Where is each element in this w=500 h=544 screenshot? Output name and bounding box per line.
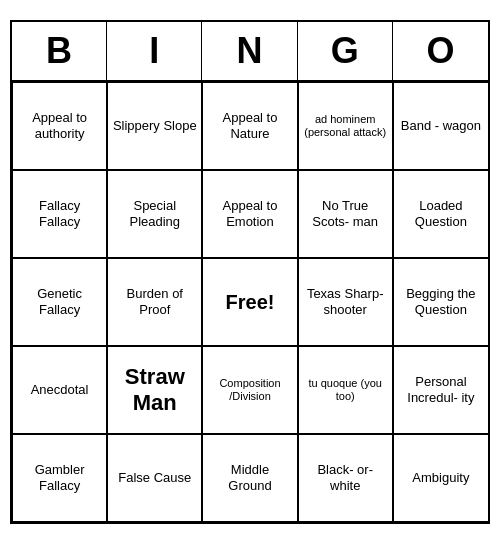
header-g: G (298, 22, 393, 80)
header-b: B (12, 22, 107, 80)
bingo-grid: Appeal to authoritySlippery SlopeAppeal … (12, 82, 488, 522)
bingo-cell-5[interactable]: Fallacy Fallacy (12, 170, 107, 258)
header-i: I (107, 22, 202, 80)
bingo-cell-12[interactable]: Free! (202, 258, 297, 346)
bingo-cell-17[interactable]: Composition /Division (202, 346, 297, 434)
header-n: N (202, 22, 297, 80)
bingo-cell-16[interactable]: Straw Man (107, 346, 202, 434)
bingo-cell-11[interactable]: Burden of Proof (107, 258, 202, 346)
bingo-cell-2[interactable]: Appeal to Nature (202, 82, 297, 170)
bingo-cell-24[interactable]: Ambiguity (393, 434, 488, 522)
bingo-cell-13[interactable]: Texas Sharp- shooter (298, 258, 393, 346)
bingo-cell-22[interactable]: Middle Ground (202, 434, 297, 522)
bingo-cell-18[interactable]: tu quoque (you too) (298, 346, 393, 434)
bingo-cell-23[interactable]: Black- or- white (298, 434, 393, 522)
bingo-cell-6[interactable]: Special Pleading (107, 170, 202, 258)
bingo-cell-9[interactable]: Loaded Question (393, 170, 488, 258)
bingo-cell-19[interactable]: Personal Incredul- ity (393, 346, 488, 434)
bingo-cell-21[interactable]: False Cause (107, 434, 202, 522)
header-o: O (393, 22, 488, 80)
bingo-cell-14[interactable]: Begging the Question (393, 258, 488, 346)
bingo-cell-8[interactable]: No True Scots- man (298, 170, 393, 258)
bingo-cell-7[interactable]: Appeal to Emotion (202, 170, 297, 258)
bingo-header: B I N G O (12, 22, 488, 82)
bingo-cell-0[interactable]: Appeal to authority (12, 82, 107, 170)
bingo-cell-1[interactable]: Slippery Slope (107, 82, 202, 170)
bingo-card: B I N G O Appeal to authoritySlippery Sl… (10, 20, 490, 524)
bingo-cell-10[interactable]: Genetic Fallacy (12, 258, 107, 346)
bingo-cell-15[interactable]: Anecdotal (12, 346, 107, 434)
bingo-cell-3[interactable]: ad hominem (personal attack) (298, 82, 393, 170)
bingo-cell-4[interactable]: Band - wagon (393, 82, 488, 170)
bingo-cell-20[interactable]: Gambler Fallacy (12, 434, 107, 522)
